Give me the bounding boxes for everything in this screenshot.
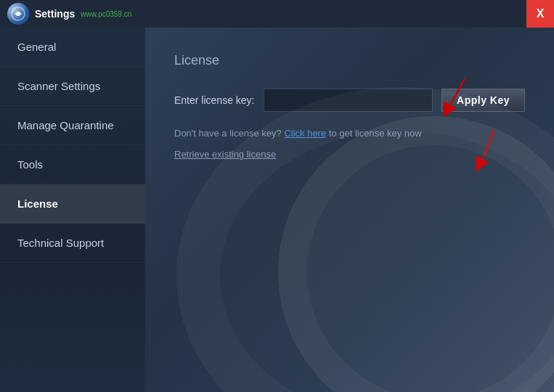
logo-inner [7, 3, 29, 25]
main-layout: General Scanner Settings Manage Quaranti… [0, 28, 554, 392]
app-window: Settings www.pc0359.cn X General Scanner… [0, 0, 554, 392]
license-key-label: Enter license key: [174, 94, 255, 106]
no-license-text: Don't have a license key? Click here to … [174, 128, 525, 139]
title-subtitle: www.pc0359.cn [81, 10, 131, 18]
svg-point-1 [16, 12, 20, 16]
sidebar: General Scanner Settings Manage Quaranti… [0, 28, 145, 392]
license-form: Enter license key: Apply Key [174, 89, 525, 112]
title-bar: Settings www.pc0359.cn X [0, 0, 554, 28]
content-area: License Enter license key: Apply Key Don… [145, 28, 554, 392]
close-button[interactable]: X [526, 0, 554, 28]
sidebar-item-manage-quarantine[interactable]: Manage Quarantine [0, 106, 145, 145]
sidebar-item-scanner-settings[interactable]: Scanner Settings [0, 67, 145, 106]
app-logo [7, 3, 29, 25]
sidebar-item-license[interactable]: License [0, 184, 145, 224]
sidebar-item-general[interactable]: General [0, 28, 145, 67]
click-here-link[interactable]: Click here [284, 128, 326, 139]
license-key-input[interactable] [264, 89, 433, 112]
section-title: License [174, 53, 525, 68]
sidebar-item-tools[interactable]: Tools [0, 145, 145, 184]
title-text: Settings [35, 8, 75, 20]
logo-icon [10, 6, 26, 22]
apply-key-button[interactable]: Apply Key [441, 89, 525, 112]
retrieve-license-link[interactable]: Retrieve existing license [174, 149, 276, 160]
sidebar-item-technical-support[interactable]: Technical Support [0, 224, 145, 263]
